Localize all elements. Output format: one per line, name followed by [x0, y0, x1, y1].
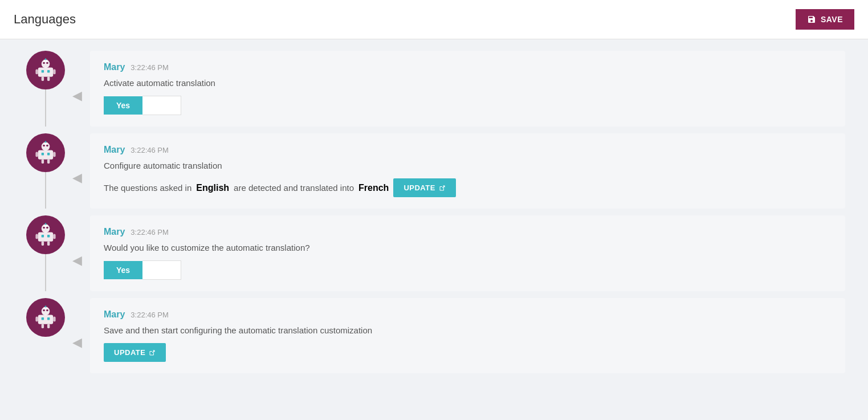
- message-card-1: Mary 3:22:46 PM Activate automatic trans…: [90, 51, 845, 127]
- svg-point-37: [43, 309, 45, 312]
- message-author-3: Mary: [104, 227, 125, 237]
- left-section-4: [23, 298, 68, 373]
- robot-icon-2: [33, 140, 58, 165]
- svg-point-14: [46, 145, 48, 147]
- external-link-icon-2: [439, 185, 446, 191]
- msg2-bold1: English: [196, 183, 229, 193]
- svg-rect-6: [35, 70, 38, 75]
- arrow-connector-2: ◀: [68, 133, 85, 209]
- left-section-1: [23, 51, 68, 127]
- svg-rect-42: [35, 317, 38, 322]
- save-icon: [807, 15, 816, 24]
- svg-rect-3: [38, 68, 53, 77]
- arrow-icon-3: ◀: [72, 253, 82, 268]
- svg-rect-4: [42, 70, 44, 72]
- message-time-3: 3:22:46 PM: [131, 228, 169, 236]
- message-row-1: ◀ Mary 3:22:46 PM Activate automatic tra…: [23, 51, 845, 127]
- robot-icon-1: [33, 58, 58, 83]
- message-row-4: ◀ Mary 3:22:46 PM Save and then start co…: [23, 298, 845, 373]
- svg-point-23: [45, 141, 47, 142]
- message-card-4: Mary 3:22:46 PM Save and then start conf…: [90, 298, 845, 373]
- yes-button-1[interactable]: Yes: [104, 96, 142, 115]
- main-content: ◀ Mary 3:22:46 PM Activate automatic tra…: [0, 39, 868, 392]
- update-button-4[interactable]: UPDATE: [104, 343, 166, 362]
- msg2-middle: are detected and translated into: [234, 183, 354, 193]
- svg-rect-16: [42, 153, 44, 155]
- update-button-2[interactable]: UPDATE: [393, 178, 455, 197]
- svg-point-38: [46, 309, 48, 312]
- message-text-3: Would you like to customize the automati…: [104, 243, 832, 252]
- vertical-line-2: [45, 172, 46, 209]
- svg-rect-8: [42, 77, 44, 81]
- no-button-1[interactable]: [142, 96, 181, 115]
- btn-group-1: Yes: [104, 96, 832, 115]
- svg-point-11: [45, 58, 47, 60]
- message-author-4: Mary: [104, 309, 125, 320]
- message-header-3: Mary 3:22:46 PM: [104, 227, 832, 237]
- page-title: Languages: [14, 12, 76, 27]
- svg-point-26: [46, 227, 48, 229]
- message-header-2: Mary 3:22:46 PM: [104, 145, 832, 155]
- arrow-connector-1: ◀: [68, 51, 85, 127]
- svg-rect-20: [42, 160, 44, 164]
- msg2-bold2: French: [358, 183, 389, 193]
- svg-rect-7: [53, 70, 55, 75]
- svg-rect-45: [47, 324, 50, 328]
- svg-rect-18: [35, 152, 38, 157]
- svg-rect-17: [47, 153, 50, 155]
- svg-point-35: [45, 223, 47, 225]
- message-body-2: The questions asked in English are detec…: [104, 178, 832, 197]
- arrow-connector-3: ◀: [68, 215, 85, 291]
- message-header-4: Mary 3:22:46 PM: [104, 309, 832, 320]
- avatar-1: [26, 51, 65, 89]
- svg-rect-44: [42, 324, 44, 328]
- svg-rect-15: [38, 150, 53, 160]
- avatar-3: [26, 215, 65, 254]
- svg-point-25: [43, 227, 45, 229]
- external-link-icon-4: [149, 349, 156, 356]
- left-section-2: [23, 133, 68, 209]
- svg-rect-30: [35, 234, 38, 239]
- vertical-line-1: [45, 89, 46, 127]
- robot-icon-3: [33, 222, 58, 247]
- arrow-icon-2: ◀: [72, 170, 82, 185]
- left-section-3: [23, 215, 68, 291]
- message-time-1: 3:22:46 PM: [131, 63, 169, 72]
- svg-rect-19: [53, 152, 55, 157]
- svg-point-2: [46, 62, 48, 64]
- avatar-2: [26, 133, 65, 172]
- svg-rect-33: [47, 242, 50, 246]
- svg-rect-9: [47, 77, 50, 81]
- arrow-icon-1: ◀: [72, 88, 82, 103]
- message-text-1: Activate automatic translation: [104, 78, 832, 88]
- svg-rect-43: [53, 317, 55, 322]
- svg-point-47: [45, 305, 47, 307]
- svg-rect-41: [47, 317, 50, 320]
- message-author-1: Mary: [104, 62, 125, 72]
- message-time-2: 3:22:46 PM: [131, 146, 169, 154]
- message-card-3: Mary 3:22:46 PM Would you like to custom…: [90, 215, 845, 291]
- message-author-2: Mary: [104, 145, 125, 155]
- arrow-icon-4: ◀: [72, 335, 82, 350]
- svg-rect-5: [47, 70, 50, 72]
- message-row-2: ◀ Mary 3:22:46 PM Configure automatic tr…: [23, 133, 845, 209]
- page-header: Languages SAVE: [0, 0, 868, 39]
- svg-point-1: [43, 62, 45, 64]
- message-header-1: Mary 3:22:46 PM: [104, 62, 832, 72]
- message-card-2: Mary 3:22:46 PM Configure automatic tran…: [90, 133, 845, 209]
- robot-icon-4: [33, 305, 58, 330]
- svg-rect-31: [53, 234, 55, 239]
- save-button[interactable]: SAVE: [796, 9, 854, 30]
- svg-rect-28: [42, 235, 44, 237]
- avatar-4: [26, 298, 65, 337]
- message-text-4: Save and then start configuring the auto…: [104, 325, 832, 335]
- svg-rect-27: [38, 233, 53, 242]
- message-row-3: ◀ Mary 3:22:46 PM Would you like to cust…: [23, 215, 845, 291]
- svg-rect-21: [47, 160, 50, 164]
- message-title-2: Configure automatic translation: [104, 161, 832, 170]
- yes-button-3[interactable]: Yes: [104, 261, 142, 279]
- svg-point-13: [43, 145, 45, 147]
- no-button-3[interactable]: [142, 260, 181, 280]
- svg-rect-39: [38, 315, 53, 324]
- svg-rect-40: [42, 317, 44, 320]
